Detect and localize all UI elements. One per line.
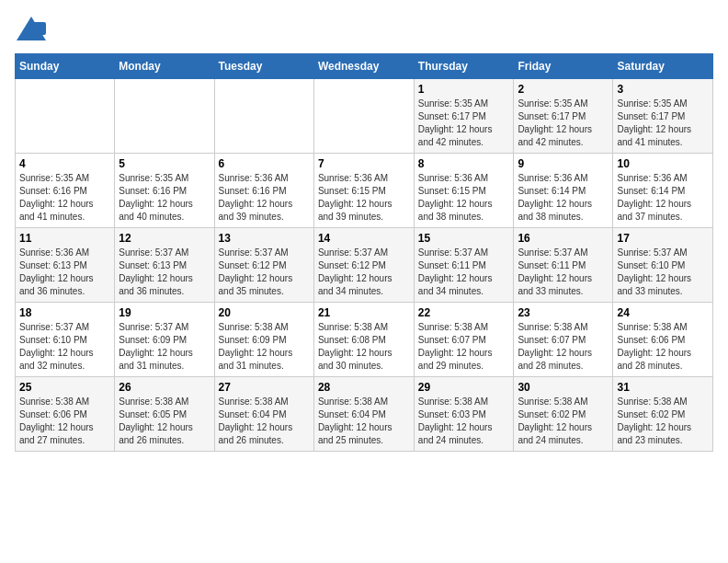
day-info: Sunrise: 5:36 AM Sunset: 6:15 PM Dayligh… (318, 172, 410, 224)
calendar-cell (115, 79, 214, 154)
day-info: Sunrise: 5:35 AM Sunset: 6:17 PM Dayligh… (418, 98, 510, 149)
day-of-week-header: Thursday (414, 54, 514, 79)
day-number: 30 (518, 381, 609, 394)
calendar-cell: 1Sunrise: 5:35 AM Sunset: 6:17 PM Daylig… (414, 79, 514, 154)
calendar-table: SundayMondayTuesdayWednesdayThursdayFrid… (15, 53, 713, 452)
calendar-cell: 11Sunrise: 5:36 AM Sunset: 6:13 PM Dayli… (16, 228, 115, 303)
calendar-cell (313, 79, 414, 154)
day-of-week-header: Tuesday (214, 54, 313, 79)
calendar-cell: 21Sunrise: 5:38 AM Sunset: 6:08 PM Dayli… (313, 303, 414, 377)
day-number: 25 (19, 381, 110, 394)
day-number: 10 (617, 157, 709, 170)
day-number: 16 (518, 232, 609, 245)
day-info: Sunrise: 5:37 AM Sunset: 6:11 PM Dayligh… (418, 247, 510, 298)
day-info: Sunrise: 5:37 AM Sunset: 6:10 PM Dayligh… (19, 321, 110, 373)
day-number: 21 (318, 306, 410, 319)
day-info: Sunrise: 5:38 AM Sunset: 6:04 PM Dayligh… (318, 396, 410, 447)
day-number: 22 (418, 306, 510, 319)
calendar-cell: 4Sunrise: 5:35 AM Sunset: 6:16 PM Daylig… (16, 154, 115, 228)
calendar-cell: 31Sunrise: 5:38 AM Sunset: 6:02 PM Dayli… (613, 377, 713, 452)
svg-rect-1 (33, 22, 46, 35)
calendar-cell: 24Sunrise: 5:38 AM Sunset: 6:06 PM Dayli… (613, 303, 713, 377)
day-number: 18 (19, 306, 110, 319)
calendar-cell: 16Sunrise: 5:37 AM Sunset: 6:11 PM Dayli… (514, 228, 613, 303)
logo-icon (15, 15, 48, 42)
day-number: 8 (418, 157, 510, 170)
day-number: 14 (318, 232, 410, 245)
calendar-cell: 12Sunrise: 5:37 AM Sunset: 6:13 PM Dayli… (115, 228, 214, 303)
calendar-cell: 13Sunrise: 5:37 AM Sunset: 6:12 PM Dayli… (214, 228, 313, 303)
calendar-cell: 28Sunrise: 5:38 AM Sunset: 6:04 PM Dayli… (313, 377, 414, 452)
calendar-cell: 25Sunrise: 5:38 AM Sunset: 6:06 PM Dayli… (16, 377, 115, 452)
day-info: Sunrise: 5:38 AM Sunset: 6:03 PM Dayligh… (418, 396, 510, 447)
calendar-week-row: 1Sunrise: 5:35 AM Sunset: 6:17 PM Daylig… (16, 79, 713, 154)
calendar-week-row: 4Sunrise: 5:35 AM Sunset: 6:16 PM Daylig… (16, 154, 713, 228)
day-number: 15 (418, 232, 510, 245)
day-info: Sunrise: 5:35 AM Sunset: 6:16 PM Dayligh… (119, 172, 210, 224)
day-info: Sunrise: 5:38 AM Sunset: 6:07 PM Dayligh… (518, 321, 609, 373)
day-number: 4 (19, 157, 110, 170)
day-of-week-header: Wednesday (313, 54, 414, 79)
day-number: 13 (219, 232, 310, 245)
calendar-week-row: 18Sunrise: 5:37 AM Sunset: 6:10 PM Dayli… (16, 303, 713, 377)
day-info: Sunrise: 5:38 AM Sunset: 6:06 PM Dayligh… (19, 396, 110, 447)
calendar-cell: 5Sunrise: 5:35 AM Sunset: 6:16 PM Daylig… (115, 154, 214, 228)
day-info: Sunrise: 5:38 AM Sunset: 6:08 PM Dayligh… (318, 321, 410, 373)
calendar-cell: 23Sunrise: 5:38 AM Sunset: 6:07 PM Dayli… (514, 303, 613, 377)
day-number: 5 (119, 157, 210, 170)
day-info: Sunrise: 5:38 AM Sunset: 6:02 PM Dayligh… (617, 396, 709, 447)
day-number: 3 (617, 83, 709, 96)
day-info: Sunrise: 5:37 AM Sunset: 6:12 PM Dayligh… (318, 247, 410, 298)
day-number: 20 (219, 306, 310, 319)
day-info: Sunrise: 5:37 AM Sunset: 6:11 PM Dayligh… (518, 247, 609, 298)
calendar-cell: 8Sunrise: 5:36 AM Sunset: 6:15 PM Daylig… (414, 154, 514, 228)
calendar-cell: 6Sunrise: 5:36 AM Sunset: 6:16 PM Daylig… (214, 154, 313, 228)
day-info: Sunrise: 5:38 AM Sunset: 6:05 PM Dayligh… (119, 396, 210, 447)
day-info: Sunrise: 5:37 AM Sunset: 6:10 PM Dayligh… (617, 247, 709, 298)
day-number: 29 (418, 381, 510, 394)
day-of-week-header: Monday (115, 54, 214, 79)
day-info: Sunrise: 5:36 AM Sunset: 6:16 PM Dayligh… (219, 172, 310, 224)
day-number: 27 (219, 381, 310, 394)
day-info: Sunrise: 5:35 AM Sunset: 6:17 PM Dayligh… (518, 98, 609, 149)
calendar-cell: 22Sunrise: 5:38 AM Sunset: 6:07 PM Dayli… (414, 303, 514, 377)
day-number: 9 (518, 157, 609, 170)
day-info: Sunrise: 5:38 AM Sunset: 6:06 PM Dayligh… (617, 321, 709, 373)
day-info: Sunrise: 5:38 AM Sunset: 6:07 PM Dayligh… (418, 321, 510, 373)
day-info: Sunrise: 5:36 AM Sunset: 6:14 PM Dayligh… (518, 172, 609, 224)
day-number: 11 (19, 232, 110, 245)
day-info: Sunrise: 5:35 AM Sunset: 6:16 PM Dayligh… (19, 172, 110, 224)
calendar-cell (16, 79, 115, 154)
calendar-cell: 15Sunrise: 5:37 AM Sunset: 6:11 PM Dayli… (414, 228, 514, 303)
calendar-cell (214, 79, 313, 154)
day-number: 28 (318, 381, 410, 394)
calendar-week-row: 11Sunrise: 5:36 AM Sunset: 6:13 PM Dayli… (16, 228, 713, 303)
calendar-cell: 18Sunrise: 5:37 AM Sunset: 6:10 PM Dayli… (16, 303, 115, 377)
day-number: 17 (617, 232, 709, 245)
calendar-cell: 7Sunrise: 5:36 AM Sunset: 6:15 PM Daylig… (313, 154, 414, 228)
day-number: 2 (518, 83, 609, 96)
day-info: Sunrise: 5:36 AM Sunset: 6:15 PM Dayligh… (418, 172, 510, 224)
calendar-cell: 19Sunrise: 5:37 AM Sunset: 6:09 PM Dayli… (115, 303, 214, 377)
day-number: 31 (617, 381, 709, 394)
day-info: Sunrise: 5:38 AM Sunset: 6:02 PM Dayligh… (518, 396, 609, 447)
day-info: Sunrise: 5:37 AM Sunset: 6:12 PM Dayligh… (219, 247, 310, 298)
day-number: 24 (617, 306, 709, 319)
day-info: Sunrise: 5:36 AM Sunset: 6:13 PM Dayligh… (19, 247, 110, 298)
calendar-cell: 29Sunrise: 5:38 AM Sunset: 6:03 PM Dayli… (414, 377, 514, 452)
calendar-cell: 2Sunrise: 5:35 AM Sunset: 6:17 PM Daylig… (514, 79, 613, 154)
day-info: Sunrise: 5:37 AM Sunset: 6:13 PM Dayligh… (119, 247, 210, 298)
calendar-cell: 30Sunrise: 5:38 AM Sunset: 6:02 PM Dayli… (514, 377, 613, 452)
day-number: 12 (119, 232, 210, 245)
calendar-cell: 20Sunrise: 5:38 AM Sunset: 6:09 PM Dayli… (214, 303, 313, 377)
calendar-week-row: 25Sunrise: 5:38 AM Sunset: 6:06 PM Dayli… (16, 377, 713, 452)
logo (15, 15, 51, 42)
day-of-week-header: Friday (514, 54, 613, 79)
day-number: 1 (418, 83, 510, 96)
day-number: 7 (318, 157, 410, 170)
day-of-week-header: Sunday (16, 54, 115, 79)
day-number: 6 (219, 157, 310, 170)
day-of-week-header: Saturday (613, 54, 713, 79)
day-number: 26 (119, 381, 210, 394)
day-info: Sunrise: 5:36 AM Sunset: 6:14 PM Dayligh… (617, 172, 709, 224)
